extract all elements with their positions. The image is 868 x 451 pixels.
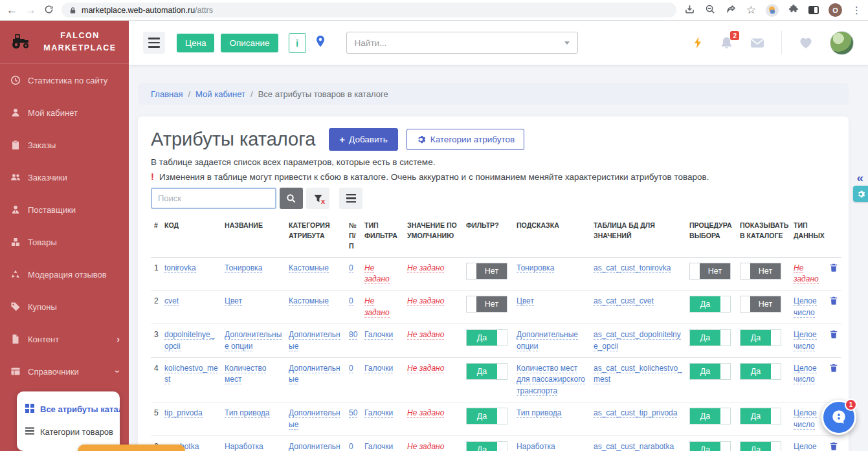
info-button[interactable]: i — [289, 33, 306, 53]
chat-widget-button[interactable]: 1 — [821, 400, 856, 435]
filter-toggle[interactable]: Нет — [466, 263, 507, 280]
show-in-catalog-toggle[interactable]: Да — [740, 441, 781, 451]
attr-name-link[interactable]: Дополнительные опции — [225, 330, 282, 351]
attr-category-link[interactable]: Кастомные — [289, 296, 329, 306]
attr-hint-link[interactable]: Количество мест для пассажирского трансп… — [517, 364, 585, 396]
show-in-catalog-toggle[interactable]: Да — [740, 408, 781, 424]
attr-code-link[interactable]: cvet — [164, 296, 179, 306]
attr-db-table-link[interactable]: as_cat_cust_dopolnitelnye_opcii — [594, 330, 681, 351]
select-procedure-toggle[interactable]: Да — [689, 441, 731, 451]
select-procedure-toggle[interactable]: Да — [689, 363, 731, 380]
share-icon[interactable] — [726, 4, 737, 17]
attr-db-table-link[interactable]: as_cat_cust_narabotka — [594, 442, 674, 451]
sidebar-item-content[interactable]: Контент › — [0, 323, 129, 355]
attr-default-value-link[interactable]: Не задано — [407, 330, 444, 340]
attr-db-table-link[interactable]: as_cat_cust_kolichestvo_mest — [594, 364, 682, 384]
attr-category-link[interactable]: Кастомные — [289, 263, 329, 273]
attr-order-link[interactable]: 0 — [349, 296, 353, 306]
table-search-input[interactable] — [151, 188, 276, 209]
sidebar-item-products[interactable]: Товары — [0, 226, 129, 258]
user-avatar[interactable] — [830, 31, 854, 55]
sidebar-item-review-moderation[interactable]: Модерация отзывов — [0, 258, 129, 291]
select-procedure-toggle[interactable]: Да — [689, 329, 731, 346]
table-menu-button[interactable] — [339, 188, 362, 209]
attr-name-link[interactable]: Наработка — [225, 442, 263, 451]
attr-db-table-link[interactable]: as_cat_cust_tonirovka — [594, 263, 671, 273]
attr-filter-type-link[interactable]: Галочки — [364, 408, 393, 418]
extensions-puzzle-icon[interactable] — [788, 4, 799, 16]
show-in-catalog-toggle[interactable]: Да — [740, 363, 781, 380]
download-icon[interactable] — [684, 4, 695, 17]
attr-data-type-link[interactable]: Целое число — [794, 364, 817, 384]
attr-default-value-link[interactable]: Не задано — [407, 263, 444, 273]
attr-code-link[interactable]: dopolnitelnye_opcii — [164, 330, 214, 351]
show-in-catalog-toggle[interactable]: Нет — [740, 263, 781, 280]
favorites-heart-icon[interactable] — [799, 36, 813, 49]
extension-avatar-icon[interactable] — [766, 4, 779, 17]
browser-reload-icon[interactable] — [44, 5, 54, 16]
attr-code-link[interactable]: tip_privoda — [164, 408, 203, 418]
delete-attribute-button[interactable] — [829, 263, 838, 274]
attr-category-link[interactable]: Дополнительные — [289, 330, 340, 351]
price-button[interactable]: Цена — [177, 34, 214, 52]
attr-db-table-link[interactable]: as_cat_cust_tip_privoda — [594, 408, 677, 418]
attr-category-link[interactable]: Дополнительные — [289, 442, 340, 451]
attr-code-link[interactable]: tonirovka — [164, 263, 196, 273]
attr-filter-type-link[interactable]: Не задано — [364, 296, 390, 317]
attr-filter-type-link[interactable]: Не задано — [364, 263, 390, 284]
attr-db-table-link[interactable]: as_cat_cust_cvet — [594, 296, 654, 306]
zoom-icon[interactable] — [705, 4, 716, 17]
attr-data-type-link[interactable]: Не задано — [794, 263, 819, 284]
browser-menu-icon[interactable]: ⋮ — [852, 5, 862, 15]
location-pin-icon[interactable] — [315, 35, 326, 50]
sidebar-item-suppliers[interactable]: Поставщики — [0, 193, 129, 226]
attr-order-link[interactable]: 80 — [349, 330, 357, 340]
url-bar[interactable]: marketplace.web-automation.ru/attrs — [61, 3, 676, 17]
delete-attribute-button[interactable] — [829, 441, 838, 451]
attr-data-type-link[interactable]: Целое число — [794, 442, 817, 451]
filter-toggle[interactable]: Да — [466, 363, 507, 380]
messages-envelope-icon[interactable] — [750, 38, 764, 49]
settings-edge-button[interactable] — [853, 186, 868, 202]
browser-back-icon[interactable]: ← — [6, 5, 17, 16]
attr-order-link[interactable]: 0 — [349, 442, 353, 451]
description-button[interactable]: Описание — [221, 34, 278, 52]
attr-default-value-link[interactable]: Не задано — [407, 408, 444, 418]
lightning-icon[interactable] — [693, 36, 703, 49]
show-in-catalog-toggle[interactable]: Нет — [740, 296, 781, 313]
attr-order-link[interactable]: 0 — [349, 364, 353, 373]
attr-hint-link[interactable]: Тип привода — [517, 408, 562, 418]
attr-default-value-link[interactable]: Не задано — [407, 364, 444, 373]
sidebar-item-coupons[interactable]: Купоны — [0, 291, 129, 323]
attr-name-link[interactable]: Тип привода — [225, 408, 270, 418]
attr-hint-link[interactable]: Цвет — [517, 296, 534, 306]
attr-order-link[interactable]: 50 — [349, 408, 357, 418]
sidebar-item-directories[interactable]: Справочники › — [0, 355, 129, 388]
show-in-catalog-toggle[interactable]: Да — [740, 329, 781, 346]
attr-hint-link[interactable]: Тонировка — [517, 263, 554, 273]
delete-attribute-button[interactable] — [829, 296, 838, 307]
attr-category-link[interactable]: Дополнительные — [289, 408, 340, 429]
attribute-categories-button[interactable]: Категории атрибутов — [406, 129, 524, 150]
hamburger-menu-icon[interactable] — [143, 32, 165, 54]
notifications-bell-icon[interactable]: 2 — [720, 36, 733, 50]
sidebar-item-orders[interactable]: Заказы — [0, 129, 129, 161]
attr-filter-type-link[interactable]: Галочки — [364, 330, 393, 340]
attr-default-value-link[interactable]: Не задано — [407, 442, 444, 451]
breadcrumb-home-link[interactable]: Главная — [151, 89, 183, 99]
browser-profile-avatar[interactable]: O — [829, 3, 842, 17]
filter-toggle[interactable]: Нет — [466, 296, 507, 313]
submenu-item-all-attributes[interactable]: Все атрибуты катало — [17, 398, 120, 421]
filter-toggle[interactable]: Да — [466, 408, 507, 424]
delete-attribute-button[interactable] — [829, 363, 838, 375]
attr-data-type-link[interactable]: Целое число — [794, 330, 817, 351]
collapse-panel-icon[interactable]: « — [856, 171, 863, 185]
attr-default-value-link[interactable]: Не задано — [407, 296, 444, 306]
clear-filter-button[interactable]: x — [306, 188, 329, 209]
bookmark-star-icon[interactable]: ☆ — [746, 5, 756, 16]
attr-hint-link[interactable]: Наработка бетонотехники — [517, 442, 569, 451]
attr-order-link[interactable]: 0 — [349, 263, 353, 273]
attr-name-link[interactable]: Цвет — [225, 296, 242, 306]
sidebar-item-statistics[interactable]: Статистика по сайту — [0, 64, 129, 96]
attr-filter-type-link[interactable]: Галочки — [364, 442, 393, 451]
